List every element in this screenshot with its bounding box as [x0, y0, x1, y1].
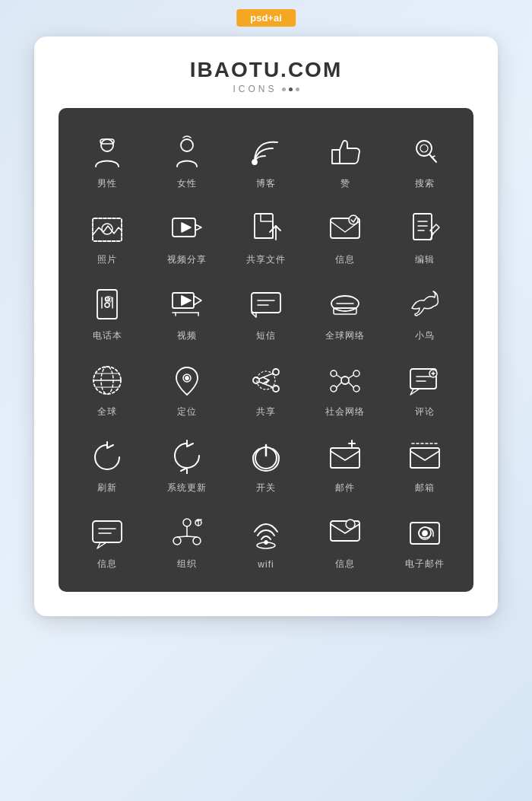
wifi-icon — [246, 514, 286, 554]
icon-cell-like[interactable]: 赞 — [306, 122, 385, 198]
icon-cell-sms[interactable]: 短信 — [226, 274, 306, 350]
icon-cell-global-network[interactable]: 全球网络 — [306, 274, 385, 350]
icon-cell-comment[interactable]: 评论 — [385, 350, 464, 426]
icon-label-male: 男性 — [97, 177, 117, 190]
svg-marker-33 — [182, 296, 191, 305]
svg-point-80 — [173, 537, 181, 545]
icon-label-global-network: 全球网络 — [325, 329, 365, 342]
icon-cell-message2[interactable]: 信息 — [306, 502, 385, 578]
icon-cell-edit[interactable]: 编辑 — [385, 198, 464, 274]
icon-cell-refresh[interactable]: 刷新 — [68, 426, 147, 502]
comment-icon — [405, 361, 445, 400]
icon-label-wifi: wifi — [258, 559, 274, 570]
icon-cell-photo[interactable]: 照片 — [68, 198, 147, 274]
icon-label-female: 女性 — [177, 177, 197, 190]
icon-cell-organize[interactable]: 组织 — [147, 502, 226, 578]
icon-cell-mail[interactable]: 邮件 — [306, 426, 385, 502]
icon-cell-video[interactable]: 视频 — [147, 274, 226, 350]
site-title: IBAOTU.COM — [190, 58, 342, 82]
svg-line-60 — [349, 375, 353, 378]
icon-cell-bird[interactable]: 小鸟 — [385, 274, 464, 350]
icon-cell-social-network[interactable]: 社会网络 — [306, 350, 385, 426]
icon-label-update: 系统更新 — [167, 482, 207, 494]
share-file-icon — [246, 208, 286, 248]
svg-point-50 — [273, 386, 279, 392]
svg-point-58 — [353, 386, 359, 392]
svg-line-5 — [429, 154, 436, 162]
sms-icon — [246, 284, 286, 324]
icon-cell-share-file[interactable]: 共享文件 — [226, 198, 306, 274]
svg-point-54 — [341, 377, 349, 384]
icon-label-power: 开关 — [256, 482, 276, 494]
organize-icon — [167, 513, 207, 552]
svg-rect-22 — [97, 290, 117, 319]
svg-point-3 — [252, 160, 257, 164]
icon-panel: 男性女性博客赞搜索照片视频分享共享文件信息编辑@电话本视频短信全球网络小鸟全球定… — [59, 108, 473, 592]
edit-icon — [405, 208, 445, 248]
icon-cell-mailbox[interactable]: 邮箱 — [385, 426, 464, 502]
icon-cell-update[interactable]: 系统更新 — [147, 426, 226, 502]
icon-label-refresh: 刷新 — [97, 482, 117, 494]
search-icon — [405, 132, 445, 172]
share-icon — [246, 361, 286, 400]
icon-cell-global[interactable]: 全球 — [68, 350, 147, 426]
icon-cell-email[interactable]: 电子邮件 — [385, 502, 464, 578]
icon-cell-female[interactable]: 女性 — [147, 122, 226, 198]
dot-2 — [289, 87, 293, 91]
video-share-icon — [167, 208, 207, 248]
icon-cell-search[interactable]: 搜索 — [385, 122, 464, 198]
icon-cell-phonebook[interactable]: @电话本 — [68, 274, 147, 350]
svg-point-81 — [193, 537, 201, 545]
icon-label-video: 视频 — [177, 329, 197, 342]
svg-line-62 — [349, 383, 353, 387]
icon-label-video-share: 视频分享 — [167, 253, 207, 266]
svg-line-51 — [259, 373, 273, 379]
icon-cell-chat[interactable]: 信息 — [68, 502, 147, 578]
mail-icon — [325, 437, 365, 476]
svg-rect-74 — [410, 448, 439, 468]
icon-label-global: 全球 — [97, 405, 117, 418]
icon-cell-message[interactable]: 信息 — [306, 198, 385, 274]
svg-line-7 — [432, 156, 435, 157]
icon-label-mail: 邮件 — [335, 482, 355, 494]
svg-line-61 — [337, 383, 341, 387]
svg-marker-12 — [182, 223, 191, 232]
icon-cell-location[interactable]: 定位 — [147, 350, 226, 426]
svg-rect-13 — [255, 214, 273, 238]
icon-label-mailbox: 邮箱 — [415, 482, 435, 494]
svg-point-56 — [353, 370, 359, 377]
chat-icon — [87, 513, 127, 552]
svg-point-16 — [349, 215, 358, 224]
icon-cell-blog[interactable]: 博客 — [226, 122, 306, 198]
icon-cell-video-share[interactable]: 视频分享 — [147, 198, 226, 274]
icon-label-comment: 评论 — [415, 405, 435, 418]
photo-icon — [87, 208, 127, 248]
main-card: IBAOTU.COM ICONS 男性女性博客赞搜索照片视频分享共享文件信息编辑… — [34, 37, 498, 616]
video-icon — [167, 284, 207, 324]
icon-label-message: 信息 — [335, 253, 355, 266]
icon-label-sms: 短信 — [256, 329, 276, 342]
icon-cell-wifi[interactable]: wifi — [226, 502, 306, 578]
message-icon — [325, 208, 365, 248]
svg-text:@: @ — [105, 295, 112, 304]
svg-point-6 — [420, 145, 428, 152]
phonebook-icon: @ — [87, 284, 127, 324]
icon-label-blog: 博客 — [256, 177, 276, 190]
svg-point-94 — [423, 531, 427, 536]
icon-label-organize: 组织 — [177, 558, 197, 571]
icon-cell-male[interactable]: 男性 — [68, 122, 147, 198]
power-icon — [246, 437, 286, 476]
svg-point-89 — [264, 541, 268, 544]
like-icon — [325, 132, 365, 172]
social-network-icon — [325, 361, 365, 400]
global-icon — [87, 361, 127, 400]
dot-1 — [282, 87, 286, 91]
icon-cell-power[interactable]: 开关 — [226, 426, 306, 502]
svg-point-91 — [346, 520, 355, 529]
mailbox-icon — [405, 437, 445, 476]
refresh-icon — [87, 437, 127, 476]
svg-point-47 — [185, 377, 188, 380]
male-icon — [87, 132, 127, 172]
icon-cell-share[interactable]: 共享 — [226, 350, 306, 426]
svg-point-55 — [331, 370, 337, 377]
